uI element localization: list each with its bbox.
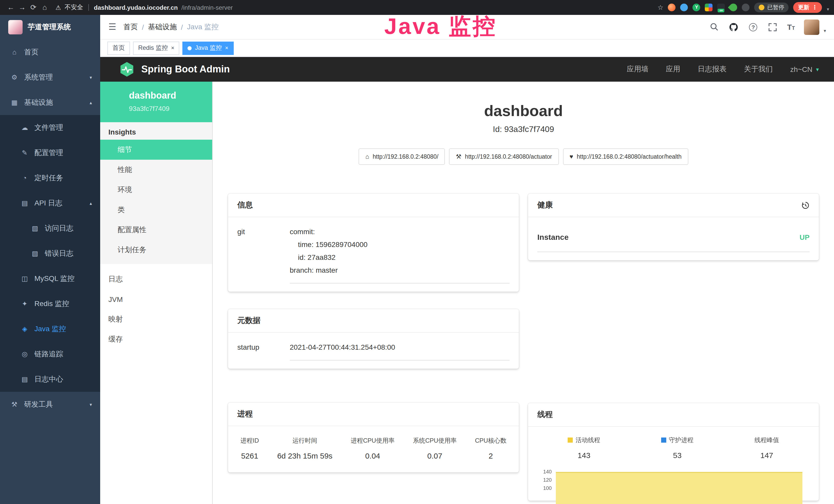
help-glyph: ? — [749, 23, 757, 31]
health-instance-row[interactable]: Instance UP — [537, 225, 810, 252]
avatar-caret-icon[interactable]: ▾ — [824, 28, 826, 33]
chevron-up-icon: ▴ — [90, 100, 92, 105]
sba-nav-applications[interactable]: 应用 — [666, 65, 680, 74]
process-col-system-cpu: 系统CPU使用率 0.07 — [413, 436, 457, 460]
legend-daemon-threads[interactable]: 守护进程 53 — [661, 436, 694, 460]
main-sidebar: 芋道管理系统 ⌂ 首页 ⚙ 系统管理 ▾ ▦ 基础设施 ▴ ☁ 文件管理 ✎ — [0, 15, 100, 504]
sba-item-metrics[interactable]: 性能 — [100, 160, 212, 180]
leaf-extension-icon[interactable] — [728, 2, 739, 13]
sidebar-item-access-logs[interactable]: ▧ 访问日志 — [0, 216, 100, 241]
yellow-swatch-icon — [568, 437, 573, 443]
sba-item-environment[interactable]: 环境 — [100, 180, 212, 200]
chrome-caret-icon[interactable]: ▾ — [827, 7, 829, 13]
sba-item-mappings[interactable]: 映射 — [100, 309, 212, 329]
legend-peak-threads[interactable]: 线程峰值 147 — [754, 436, 779, 460]
tab-home[interactable]: 首页 — [107, 41, 130, 55]
github-icon[interactable] — [728, 22, 739, 32]
sidebar-item-file-mgmt[interactable]: ☁ 文件管理 — [0, 115, 100, 140]
sba-item-logs[interactable]: 日志 — [100, 269, 212, 289]
app-logo-row[interactable]: 芋道管理系统 — [0, 15, 100, 40]
sba-item-scheduled-tasks[interactable]: 计划任务 — [100, 240, 212, 260]
sidebar-item-tracing[interactable]: ◎ 链路追踪 — [0, 342, 100, 367]
sidebar-item-log-center[interactable]: ▤ 日志中心 — [0, 367, 100, 392]
sidebar-item-config-mgmt[interactable]: ✎ 配置管理 — [0, 140, 100, 165]
breadcrumb-infrastructure[interactable]: 基础设施 — [148, 22, 177, 31]
fullscreen-icon[interactable] — [767, 22, 778, 32]
font-size-icon[interactable]: TT — [787, 23, 795, 31]
history-icon[interactable] — [802, 201, 810, 209]
sidebar-item-java-monitor[interactable]: ◈ Java 监控 — [0, 316, 100, 342]
sidebar-item-api-logs[interactable]: ▤ API 日志 ▴ — [0, 190, 100, 216]
sidebar-item-cron-jobs[interactable]: ◔ 定时任务 — [0, 165, 100, 190]
sba-app-id: 93a3fc7f7409 — [129, 105, 212, 112]
sba-item-classes[interactable]: 类 — [100, 200, 212, 220]
browser-home-icon[interactable]: ⌂ — [39, 0, 50, 15]
sba-nav-journal[interactable]: 日志报表 — [698, 65, 727, 74]
legend-live-threads[interactable]: 活动线程 143 — [568, 436, 600, 460]
sidebar-item-devtools[interactable]: ⚒ 研发工具 ▾ — [0, 392, 100, 417]
endpoint-health-button[interactable]: ♥ http://192.168.0.2:48080/actuator/heal… — [563, 148, 688, 165]
sba-section-insights[interactable]: Insights — [100, 122, 212, 140]
process-label: CPU核心数 — [475, 436, 506, 445]
sba-item-caches[interactable]: 缓存 — [100, 329, 212, 349]
process-card: 进程 进程ID 5261 运行时间 — [228, 403, 519, 473]
sidebar-item-label: Java 监控 — [35, 324, 66, 334]
sba-nav-wallboard[interactable]: 应用墙 — [627, 65, 649, 74]
header-actions: ? TT ▾ — [709, 19, 826, 35]
breadcrumb-home[interactable]: 首页 — [124, 22, 138, 31]
sba-item-details[interactable]: 细节 — [100, 140, 212, 160]
endpoint-actuator-button[interactable]: ⚒ http://192.168.0.2:48080/actuator — [449, 148, 559, 165]
error-log-icon: ▧ — [31, 250, 39, 257]
paused-badge[interactable]: 已暂停 — [754, 3, 789, 12]
kebab-menu-icon[interactable]: ⋮ — [812, 4, 817, 11]
security-warning-icon[interactable]: ⚠ — [56, 4, 61, 11]
on-badge-extension-icon[interactable]: on — [717, 4, 725, 11]
address-bar[interactable]: ⚠ 不安全 dashboard.yudao.iocoder.cn/infra/a… — [56, 3, 658, 12]
y-extension-icon[interactable]: Y — [693, 4, 700, 11]
url-domain: dashboard.yudao.iocoder.cn — [94, 4, 178, 11]
help-icon[interactable]: ? — [748, 22, 758, 32]
sidebar-item-label: 配置管理 — [35, 148, 63, 157]
sidebar-item-system-mgmt[interactable]: ⚙ 系统管理 ▾ — [0, 65, 100, 90]
threads-legend: 活动线程 143 守护进程 53 线程峰值 — [537, 435, 810, 460]
sba-item-jvm[interactable]: JVM — [100, 289, 212, 309]
sidebar-item-label: 文件管理 — [35, 123, 63, 132]
endpoint-root-button[interactable]: ⌂ http://192.168.0.2:48080/ — [359, 148, 445, 165]
config-icon: ✎ — [21, 149, 29, 157]
grid-extension-icon[interactable] — [705, 4, 713, 11]
sidebar-item-redis-monitor[interactable]: ✦ Redis 监控 — [0, 291, 100, 316]
drop-extension-icon[interactable] — [680, 4, 688, 11]
sba-navbar: Spring Boot Admin 应用墙 应用 日志报表 关于我们 zh~CN… — [100, 57, 834, 82]
update-button[interactable]: 更新 ⋮ — [793, 2, 822, 13]
tab-java-monitor[interactable]: Java 监控 × — [183, 41, 234, 55]
sidebar-item-error-logs[interactable]: ▧ 错误日志 — [0, 241, 100, 266]
user-avatar[interactable] — [804, 19, 820, 35]
sba-item-config-props[interactable]: 配置属性 — [100, 220, 212, 240]
sba-nav-about[interactable]: 关于我们 — [744, 65, 773, 74]
fox-extension-icon[interactable] — [668, 4, 676, 11]
app-title: 芋道管理系统 — [28, 23, 71, 32]
close-icon[interactable]: × — [171, 45, 174, 51]
search-icon[interactable] — [709, 22, 719, 32]
endpoint-buttons: ⌂ http://192.168.0.2:48080/ ⚒ http://192… — [227, 148, 820, 165]
sidebar-item-mysql-monitor[interactable]: ◫ MySQL 监控 — [0, 266, 100, 291]
sba-app-header[interactable]: dashboard 93a3fc7f7409 — [100, 82, 212, 122]
reload-icon[interactable]: ⟳ — [28, 0, 39, 15]
sba-body: dashboard 93a3fc7f7409 Insights 细节 性能 环境… — [100, 82, 834, 504]
forward-icon[interactable]: → — [17, 0, 28, 15]
sba-language-select[interactable]: zh~CN ▾ — [790, 65, 819, 73]
sba-brand[interactable]: Spring Boot Admin — [119, 61, 230, 77]
metadata-card-title: 元数据 — [228, 309, 519, 333]
paused-label: 已暂停 — [767, 4, 784, 11]
close-icon[interactable]: × — [225, 45, 228, 51]
tab-redis-monitor[interactable]: Redis 监控 × — [133, 41, 179, 55]
paw-extension-icon[interactable] — [742, 4, 750, 11]
back-icon[interactable]: ← — [5, 0, 17, 15]
sidebar-item-home[interactable]: ⌂ 首页 — [0, 40, 100, 65]
sba-language-value: zh~CN — [790, 65, 812, 73]
hamburger-icon[interactable]: ☰ — [108, 22, 116, 32]
bookmark-star-icon[interactable]: ☆ — [658, 4, 663, 11]
endpoint-url: http://192.168.0.2:48080/actuator/health — [577, 154, 682, 160]
y-tick: 100 — [537, 484, 552, 492]
sidebar-item-infrastructure[interactable]: ▦ 基础设施 ▴ — [0, 90, 100, 115]
